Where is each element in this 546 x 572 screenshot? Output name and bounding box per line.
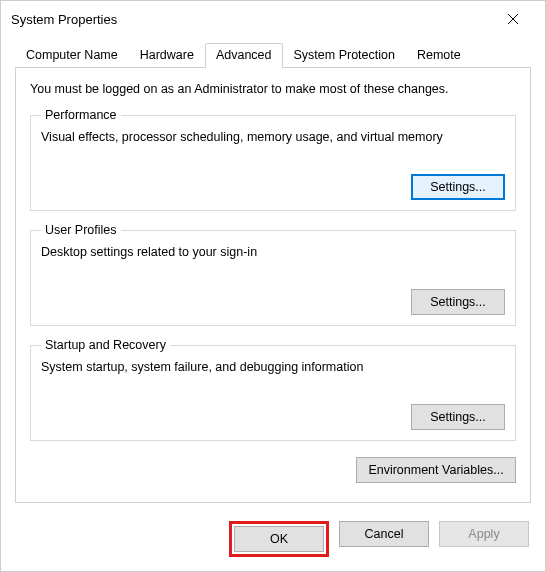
performance-desc: Visual effects, processor scheduling, me… [41,130,505,144]
startup-recovery-desc: System startup, system failure, and debu… [41,360,505,374]
environment-variables-button[interactable]: Environment Variables... [356,457,516,483]
titlebar: System Properties [1,1,545,37]
group-user-profiles: User Profiles Desktop settings related t… [30,223,516,326]
dialog-buttons: OK Cancel Apply [1,513,545,571]
ok-button[interactable]: OK [234,526,324,552]
close-icon [507,13,519,25]
apply-button[interactable]: Apply [439,521,529,547]
system-properties-window: System Properties Computer Name Hardware… [0,0,546,572]
tab-remote[interactable]: Remote [406,43,472,68]
tab-advanced[interactable]: Advanced [205,43,283,68]
tab-hardware[interactable]: Hardware [129,43,205,68]
close-button[interactable] [493,4,533,34]
admin-notice: You must be logged on as an Administrato… [30,82,516,96]
tabstrip: Computer Name Hardware Advanced System P… [15,43,531,68]
cancel-button[interactable]: Cancel [339,521,429,547]
tab-computer-name[interactable]: Computer Name [15,43,129,68]
startup-recovery-settings-button[interactable]: Settings... [411,404,505,430]
window-title: System Properties [11,12,117,27]
tab-panel-advanced: You must be logged on as an Administrato… [15,67,531,503]
group-performance-legend: Performance [41,108,121,122]
group-startup-recovery: Startup and Recovery System startup, sys… [30,338,516,441]
performance-settings-button[interactable]: Settings... [411,174,505,200]
group-startup-recovery-legend: Startup and Recovery [41,338,170,352]
tab-system-protection[interactable]: System Protection [283,43,406,68]
ok-highlight: OK [229,521,329,557]
user-profiles-settings-button[interactable]: Settings... [411,289,505,315]
group-user-profiles-legend: User Profiles [41,223,121,237]
group-performance: Performance Visual effects, processor sc… [30,108,516,211]
user-profiles-desc: Desktop settings related to your sign-in [41,245,505,259]
